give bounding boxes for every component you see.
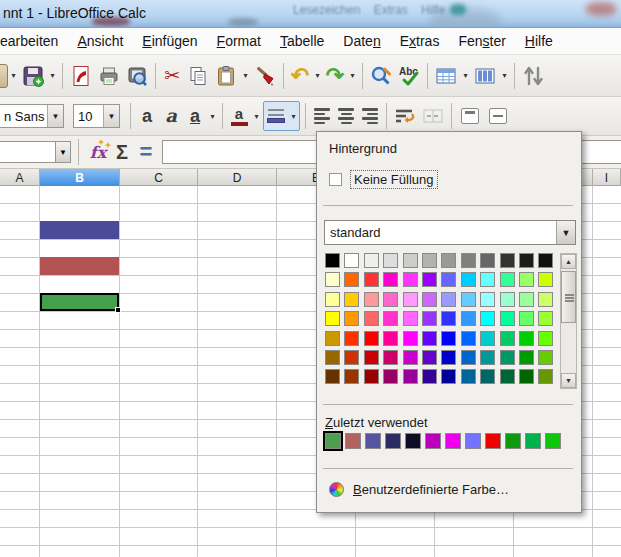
palette-swatch[interactable]: [519, 253, 534, 268]
palette-swatch[interactable]: [344, 292, 359, 307]
italic-button[interactable]: a: [159, 101, 183, 131]
palette-swatch[interactable]: [422, 292, 437, 307]
save-button[interactable]: [19, 61, 47, 91]
print-preview-button[interactable]: [123, 61, 151, 91]
column-header-C[interactable]: C: [120, 169, 198, 186]
palette-swatch[interactable]: [480, 350, 495, 365]
palette-swatch[interactable]: [403, 292, 418, 307]
recent-color-swatch[interactable]: [525, 433, 541, 449]
menu-item-earbeiten[interactable]: earbeiten: [0, 30, 68, 52]
palette-swatch[interactable]: [325, 292, 340, 307]
palette-swatch[interactable]: [519, 292, 534, 307]
palette-swatch[interactable]: [480, 292, 495, 307]
palette-swatch[interactable]: [403, 272, 418, 287]
open-dropdown-arrow[interactable]: ▾: [8, 61, 19, 91]
redo-dropdown-arrow[interactable]: ▾: [347, 61, 358, 91]
menu-item-fenster[interactable]: Fenster: [448, 30, 515, 52]
palette-combobox[interactable]: standard ▼: [324, 220, 576, 245]
title-bar[interactable]: Lesezeichen Extras Hilfe nnt 1 - LibreOf…: [0, 0, 621, 28]
palette-swatch[interactable]: [480, 253, 495, 268]
bold-button[interactable]: a: [135, 101, 159, 131]
palette-swatch[interactable]: [364, 292, 379, 307]
font-size-dropdown-arrow[interactable]: ▼: [103, 105, 119, 127]
palette-swatch[interactable]: [325, 253, 340, 268]
palette-swatch[interactable]: [403, 253, 418, 268]
palette-swatch[interactable]: [480, 311, 495, 326]
palette-swatch[interactable]: [383, 253, 398, 268]
palette-swatch[interactable]: [441, 272, 456, 287]
palette-swatch[interactable]: [383, 292, 398, 307]
palette-swatch[interactable]: [325, 311, 340, 326]
palette-swatch[interactable]: [441, 369, 456, 384]
palette-swatch[interactable]: [441, 331, 456, 346]
find-replace-button[interactable]: [367, 61, 395, 91]
menu-item-format[interactable]: Format: [207, 30, 271, 52]
recent-color-swatch[interactable]: [545, 433, 561, 449]
palette-swatch[interactable]: [383, 369, 398, 384]
palette-swatch[interactable]: [364, 272, 379, 287]
align-center-vertically-button[interactable]: [484, 101, 512, 131]
background-color-dropdown-arrow[interactable]: ▾: [288, 101, 299, 131]
palette-swatch[interactable]: [422, 253, 437, 268]
palette-swatch[interactable]: [500, 292, 515, 307]
recent-color-swatch[interactable]: [365, 433, 381, 449]
palette-swatch[interactable]: [325, 350, 340, 365]
column-header-D[interactable]: D: [198, 169, 277, 186]
palette-swatch[interactable]: [538, 350, 553, 365]
palette-swatch[interactable]: [441, 350, 456, 365]
palette-swatch[interactable]: [519, 350, 534, 365]
column-header-B[interactable]: B: [40, 169, 120, 186]
palette-swatch[interactable]: [500, 311, 515, 326]
table-dropdown-arrow[interactable]: ▾: [460, 61, 471, 91]
insert-columns-button[interactable]: [471, 61, 499, 91]
paste-button[interactable]: [212, 61, 240, 91]
palette-swatch[interactable]: [403, 350, 418, 365]
filled-cell-B6[interactable]: [40, 293, 119, 311]
palette-swatch[interactable]: [500, 331, 515, 346]
palette-swatch[interactable]: [383, 311, 398, 326]
menu-item-ansicht[interactable]: Ansicht: [67, 30, 133, 52]
spelling-button[interactable]: Abc: [395, 61, 423, 91]
palette-swatch[interactable]: [461, 331, 476, 346]
undo-button[interactable]: ↶: [288, 61, 312, 91]
name-box[interactable]: [0, 141, 56, 163]
name-box-dropdown-arrow[interactable]: ▼: [56, 141, 71, 163]
palette-swatch[interactable]: [480, 369, 495, 384]
palette-swatch[interactable]: [500, 253, 515, 268]
no-fill-option[interactable]: Keine Füllung: [329, 170, 438, 189]
palette-swatch[interactable]: [500, 369, 515, 384]
palette-swatch[interactable]: [461, 350, 476, 365]
background-color-button[interactable]: [264, 101, 288, 131]
palette-swatch[interactable]: [461, 272, 476, 287]
palette-swatch[interactable]: [383, 331, 398, 346]
font-color-dropdown-arrow[interactable]: ▾: [251, 101, 262, 131]
palette-swatch[interactable]: [519, 369, 534, 384]
recent-color-swatch[interactable]: [445, 433, 461, 449]
redo-button[interactable]: ↷: [323, 61, 347, 91]
palette-scrollbar[interactable]: ▲ ▼: [560, 253, 577, 389]
recent-color-swatch[interactable]: [345, 433, 361, 449]
font-name-dropdown-arrow[interactable]: ▼: [47, 105, 63, 127]
palette-swatch[interactable]: [422, 350, 437, 365]
palette-swatch[interactable]: [441, 292, 456, 307]
font-size-combobox[interactable]: 10 ▼: [73, 104, 120, 128]
copy-button[interactable]: [184, 61, 212, 91]
palette-swatch[interactable]: [422, 272, 437, 287]
recent-color-swatch[interactable]: [325, 433, 341, 449]
palette-swatch[interactable]: [364, 369, 379, 384]
palette-swatch[interactable]: [403, 331, 418, 346]
no-fill-checkbox[interactable]: [329, 173, 342, 186]
sum-button[interactable]: Σ: [110, 137, 134, 167]
palette-swatch[interactable]: [364, 331, 379, 346]
merge-cells-button[interactable]: [419, 101, 447, 131]
wrap-text-button[interactable]: [391, 101, 419, 131]
underline-button[interactable]: a: [183, 101, 207, 131]
recent-color-swatch[interactable]: [385, 433, 401, 449]
clone-formatting-button[interactable]: [251, 61, 279, 91]
palette-swatch[interactable]: [422, 311, 437, 326]
font-name-combobox[interactable]: n Sans ▼: [0, 104, 64, 128]
print-button[interactable]: [95, 61, 123, 91]
menu-item-extras[interactable]: Extras: [390, 30, 450, 52]
palette-swatch[interactable]: [480, 272, 495, 287]
palette-swatch[interactable]: [441, 253, 456, 268]
